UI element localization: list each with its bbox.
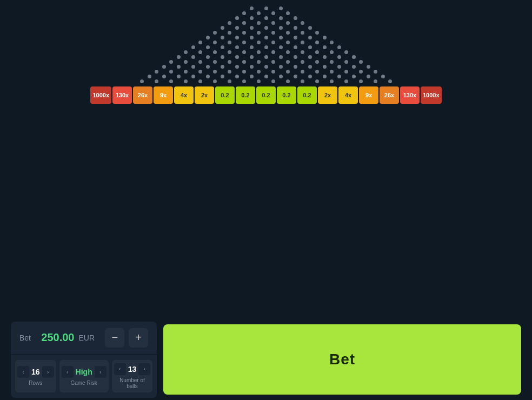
bet-currency: EUR — [78, 334, 95, 342]
peg — [337, 55, 341, 59]
balls-label: Number of balls — [114, 377, 151, 389]
risk-group: ‹ High › Game Risk — [59, 360, 109, 392]
peg — [315, 79, 319, 83]
risk-decrease-button[interactable]: ‹ — [62, 366, 74, 378]
bet-label: Bet — [19, 334, 31, 342]
multiplier-cell: 4x — [338, 86, 358, 104]
peg — [250, 6, 254, 10]
peg — [271, 79, 275, 83]
bet-increase-button[interactable]: + — [129, 328, 148, 348]
bet-button[interactable]: Bet — [163, 324, 521, 395]
peg — [330, 79, 334, 83]
peg — [228, 21, 231, 25]
peg — [242, 11, 246, 15]
peg — [228, 79, 231, 83]
bet-amount: 250.00 — [41, 331, 74, 344]
peg — [257, 31, 261, 35]
peg — [184, 50, 188, 54]
peg — [235, 16, 239, 20]
peg — [235, 36, 239, 39]
rows-decrease-button[interactable]: ‹ — [17, 366, 29, 378]
peg — [388, 79, 392, 83]
peg — [250, 16, 254, 20]
multiplier-cell: 1000x — [90, 86, 111, 104]
peg — [271, 11, 275, 15]
peg — [198, 60, 202, 64]
peg — [294, 26, 297, 30]
peg-row — [135, 21, 397, 25]
risk-increase-button[interactable]: › — [95, 366, 107, 378]
bet-controls: − + — [105, 328, 148, 348]
peg — [228, 60, 231, 64]
balls-group: ‹ 13 › Number of balls — [112, 360, 153, 392]
peg — [250, 75, 254, 78]
balls-increase-button[interactable]: › — [138, 363, 150, 375]
peg — [242, 41, 246, 44]
peg — [344, 79, 348, 83]
peg-row — [135, 11, 397, 15]
peg — [198, 70, 202, 74]
peg — [264, 26, 268, 30]
peg-row — [135, 36, 397, 39]
peg — [294, 45, 297, 49]
peg — [315, 50, 319, 54]
controls-area: Bet 250.00 EUR − + ‹ 16 › Rows ‹ — [0, 319, 532, 400]
peg — [286, 41, 290, 44]
peg — [221, 45, 224, 49]
peg — [308, 65, 312, 69]
peg — [294, 16, 297, 20]
peg — [257, 41, 261, 44]
peg — [367, 75, 370, 78]
multiplier-cell: 4x — [174, 86, 194, 104]
peg — [337, 65, 341, 69]
peg — [184, 60, 188, 64]
peg — [191, 45, 195, 49]
peg — [206, 65, 210, 69]
peg — [323, 45, 327, 49]
balls-decrease-button[interactable]: ‹ — [114, 363, 126, 375]
peg — [235, 65, 239, 69]
peg — [264, 55, 268, 59]
peg — [294, 65, 297, 69]
rows-label: Rows — [29, 380, 42, 386]
rows-group: ‹ 16 › Rows — [15, 360, 56, 392]
peg-row — [135, 26, 397, 30]
bet-decrease-button[interactable]: − — [105, 328, 124, 348]
peg — [344, 70, 348, 74]
peg — [271, 21, 275, 25]
peg — [286, 31, 290, 35]
peg — [315, 70, 319, 74]
bet-value-group: 250.00 EUR — [41, 331, 95, 344]
multiplier-row: 1000x130x26x9x4x2x0.20.20.20.20.22x4x9x2… — [90, 86, 441, 104]
peg — [242, 21, 246, 25]
peg — [228, 41, 231, 44]
multiplier-cell: 26x — [380, 86, 399, 104]
peg — [279, 6, 283, 10]
peg — [235, 45, 239, 49]
peg — [206, 36, 210, 39]
bet-row: Bet 250.00 EUR − + — [11, 322, 157, 355]
peg — [155, 79, 158, 83]
peg — [308, 75, 312, 78]
peg-row — [135, 50, 397, 54]
peg — [264, 45, 268, 49]
peg — [279, 75, 283, 78]
peg — [242, 60, 246, 64]
peg — [279, 55, 283, 59]
plinko-board: 1000x130x26x9x4x2x0.20.20.20.20.22x4x9x2… — [104, 5, 428, 104]
peg — [242, 31, 246, 35]
multiplier-cell: 0.2 — [297, 86, 317, 104]
peg — [301, 31, 304, 35]
multiplier-cell: 9x — [154, 86, 173, 104]
peg — [286, 21, 290, 25]
multiplier-cell: 9x — [359, 86, 378, 104]
peg — [221, 26, 224, 30]
rows-increase-button[interactable]: › — [42, 366, 54, 378]
peg — [140, 79, 144, 83]
peg — [235, 55, 239, 59]
peg — [235, 75, 239, 78]
peg — [344, 50, 348, 54]
peg — [301, 41, 304, 44]
peg — [367, 65, 370, 69]
peg — [257, 79, 261, 83]
